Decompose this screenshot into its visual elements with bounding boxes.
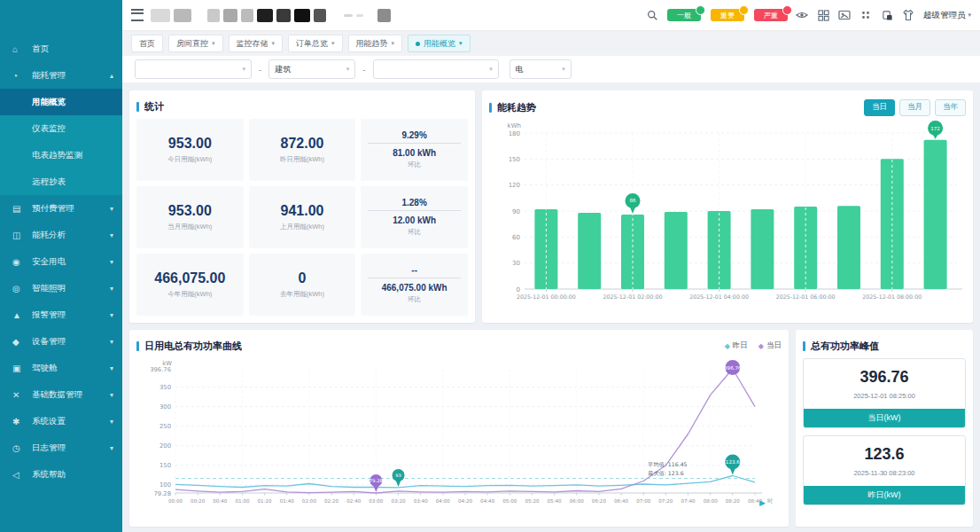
range-button-1[interactable]: 当月 — [899, 99, 930, 116]
peak-card-0: 396.762025-12-01 08:25:00当日(kW) — [803, 358, 966, 428]
sidebar-item-2[interactable]: 用能概览 — [0, 89, 122, 115]
stat-value: 466,075.00 — [154, 270, 225, 286]
bar-1[interactable] — [578, 213, 601, 289]
stat-label: 去年用能(kWh) — [280, 290, 324, 299]
svg-text:0: 0 — [517, 286, 520, 293]
search-icon[interactable] — [646, 9, 659, 22]
svg-text:100: 100 — [159, 481, 171, 489]
title-accent — [803, 341, 805, 351]
peak-footer-button[interactable]: 当日(kW) — [804, 409, 965, 427]
location-select-1[interactable]: ▾ — [135, 59, 252, 79]
sidebar-item-13[interactable]: ✕基础数据管理▾ — [0, 381, 122, 408]
svg-text:kW: kW — [162, 360, 172, 367]
logo-redacted-blocks — [151, 9, 391, 22]
copy-icon[interactable] — [881, 9, 894, 22]
sidebar-item-10[interactable]: ▲报警管理▾ — [0, 301, 122, 328]
play-icon[interactable]: ▶ — [759, 498, 766, 507]
apps-grid-icon[interactable] — [817, 9, 830, 22]
chevron-down-icon: ▾ — [110, 418, 113, 426]
stat-card-1: 872.00昨日用能(kWh) — [249, 119, 356, 181]
energy-type-select[interactable]: 电▾ — [509, 59, 572, 79]
range-button-2[interactable]: 当年 — [935, 99, 966, 116]
stat-label: 当月用能(kWh) — [167, 223, 212, 231]
alarm-badge-0[interactable]: 一般 — [667, 9, 701, 21]
sidebar-item-9[interactable]: ◎智能照明▾ — [0, 275, 122, 301]
eye-icon[interactable] — [796, 9, 809, 22]
cockpit-icon: ▣ — [12, 364, 27, 373]
sidebar-item-3[interactable]: 仪表监控 — [0, 115, 122, 142]
sidebar-item-1[interactable]: ◔能耗管理▴ — [0, 62, 122, 89]
tab-0[interactable]: 首页 — [131, 35, 163, 52]
svg-text:2025-12-01 08:00:00: 2025-12-01 08:00:00 — [862, 293, 922, 300]
stat-label: 今年用能(kWh) — [167, 290, 212, 299]
alarm-badge-1[interactable]: 重要 — [711, 9, 744, 21]
sidebar-menu: ⌂首页◔能耗管理▴用能概览仪表监控电表趋势监测远程抄表▤预付费管理▾◫能耗分析▾… — [0, 0, 122, 488]
svg-text:2025-12-01 04:00:00: 2025-12-01 04:00:00 — [689, 293, 749, 300]
sidebar-item-label: 预付费管理 — [32, 203, 110, 215]
stat-value: 953.00 — [168, 136, 212, 152]
alarm-count-bubble — [696, 5, 705, 15]
legend-item-1[interactable]: ◆当日 — [758, 340, 782, 351]
location-select-3[interactable]: ▾ — [373, 59, 499, 79]
legend-item-0[interactable]: ◆昨日 — [725, 340, 748, 351]
user-menu[interactable]: 超级管理员 ▾ — [923, 10, 971, 21]
svg-text:06:40: 06:40 — [614, 498, 629, 504]
logo-block — [241, 9, 253, 22]
svg-text:150: 150 — [509, 156, 520, 163]
bar-3[interactable] — [665, 212, 688, 289]
screenshot-icon[interactable] — [838, 9, 852, 22]
bar-9[interactable] — [924, 140, 947, 289]
range-button-0[interactable]: 当日 — [864, 99, 895, 116]
svg-text:350: 350 — [159, 384, 171, 391]
sidebar-item-label: 安全用电 — [32, 256, 110, 268]
logo-block — [151, 9, 170, 22]
sidebar-item-14[interactable]: ✱系统设置▾ — [0, 408, 122, 434]
sidebar-item-4[interactable]: 电表趋势监测 — [0, 142, 122, 168]
alarm-badge-label: 重要 — [720, 11, 735, 20]
stat-value: 941.00 — [281, 203, 324, 219]
analysis-icon: ◫ — [12, 231, 27, 240]
power-curve-panel: 日用电总有功功率曲线 ◆昨日◆当日 100150200250300350396.… — [129, 330, 789, 527]
stat-label: 环比 — [368, 228, 461, 237]
svg-text:250: 250 — [159, 423, 171, 430]
svg-text:07:00: 07:00 — [636, 498, 651, 504]
chevron-down-icon: ▾ — [110, 391, 113, 399]
building-select[interactable]: 建筑▾ — [268, 59, 355, 79]
bar-5[interactable] — [751, 209, 774, 289]
sidebar-item-0[interactable]: ⌂首页 — [0, 35, 122, 62]
chevron-down-icon: ▾ — [272, 40, 276, 47]
tab-label: 监控存储 — [237, 38, 268, 50]
peak-footer-button[interactable]: 昨日(kW) — [804, 486, 965, 505]
sidebar-item-15[interactable]: ◷日志管理▾ — [0, 434, 122, 461]
tab-label: 用能趋势 — [356, 38, 388, 50]
sidebar-item-label: 日志管理 — [32, 442, 110, 454]
sidebar-item-12[interactable]: ▣驾驶舱▾ — [0, 355, 122, 381]
sidebar-item-6[interactable]: ▤预付费管理▾ — [0, 195, 122, 222]
tab-5[interactable]: 用能概览▾ — [408, 35, 471, 52]
tags-bar: 首页房间直控▾监控存储▾订单总览▾用能趋势▾用能概览▾ — [122, 31, 980, 56]
alarm-badge-2[interactable]: 严重 — [754, 9, 788, 21]
peak-card-1: 123.62025-11-30 08:23:00昨日(kW) — [803, 435, 966, 505]
sidebar-item-7[interactable]: ◫能耗分析▾ — [0, 222, 122, 248]
theme-shirt-icon[interactable] — [902, 9, 915, 22]
more-dots-icon[interactable] — [859, 9, 873, 22]
dashboard-content: 统计 953.00今日用能(kWh)872.00昨日用能(kWh)9.29%81… — [122, 83, 980, 532]
device-icon: ◆ — [12, 337, 27, 347]
tab-2[interactable]: 监控存储▾ — [229, 35, 284, 52]
svg-text:00:00: 00:00 — [168, 498, 183, 504]
chevron-down-icon: ▾ — [110, 338, 113, 346]
sidebar-item-16[interactable]: ◁系统帮助 — [0, 461, 122, 488]
tab-label: 用能概览 — [424, 38, 455, 50]
bar-7[interactable] — [837, 206, 860, 289]
stats-title: 统计 — [144, 100, 164, 113]
menu-toggle-icon[interactable] — [131, 9, 144, 21]
title-accent — [136, 102, 139, 112]
svg-text:03:00: 03:00 — [369, 498, 384, 504]
tab-1[interactable]: 房间直控▾ — [168, 35, 223, 52]
sidebar-item-5[interactable]: 远程抄表 — [0, 168, 122, 195]
sidebar-item-8[interactable]: ◉安全用电▾ — [0, 248, 122, 275]
safety-icon: ◉ — [12, 257, 27, 267]
tab-4[interactable]: 用能趋势▾ — [348, 35, 403, 52]
tab-3[interactable]: 订单总览▾ — [288, 35, 343, 52]
sidebar-item-11[interactable]: ◆设备管理▾ — [0, 328, 122, 355]
